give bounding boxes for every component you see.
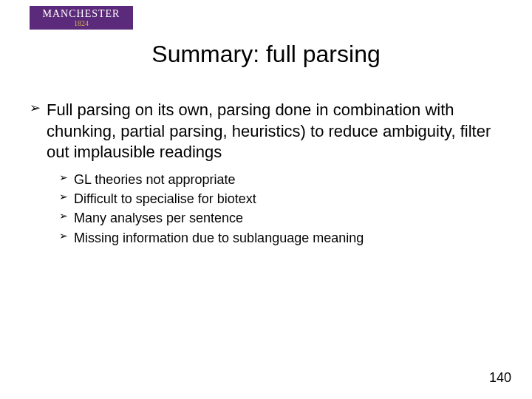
sub-bullet-list: ➢ GL theories not appropriate ➢ Difficul… (59, 171, 502, 247)
sub-bullet-text: Difficult to specialise for biotext (74, 190, 256, 208)
main-bullet-text: Full parsing on its own, parsing done in… (47, 100, 502, 163)
slide-body: ➢ Full parsing on its own, parsing done … (30, 100, 502, 248)
sub-bullet-text: Many analyses per sentence (74, 209, 243, 227)
sub-bullet-row: ➢ Missing information due to sublanguage… (59, 229, 502, 247)
logo-name: MANCHESTER (30, 6, 133, 19)
slide-title: Summary: full parsing (0, 41, 532, 68)
sub-bullet-row: ➢ Difficult to specialise for biotext (59, 190, 502, 208)
bullet-arrow-icon: ➢ (59, 209, 68, 224)
bullet-arrow-icon: ➢ (59, 171, 68, 185)
bullet-arrow-icon: ➢ (30, 100, 41, 117)
sub-bullet-row: ➢ GL theories not appropriate (59, 171, 502, 188)
bullet-arrow-icon: ➢ (59, 229, 68, 244)
main-bullet-row: ➢ Full parsing on its own, parsing done … (30, 100, 502, 163)
logo-year: 1824 (30, 19, 133, 30)
sub-bullet-text: Missing information due to sublanguage m… (74, 229, 364, 247)
sub-bullet-row: ➢ Many analyses per sentence (59, 209, 502, 227)
university-logo: MANCHESTER 1824 (30, 6, 133, 30)
bullet-arrow-icon: ➢ (59, 190, 68, 205)
page-number: 140 (489, 370, 511, 386)
sub-bullet-text: GL theories not appropriate (74, 171, 235, 188)
